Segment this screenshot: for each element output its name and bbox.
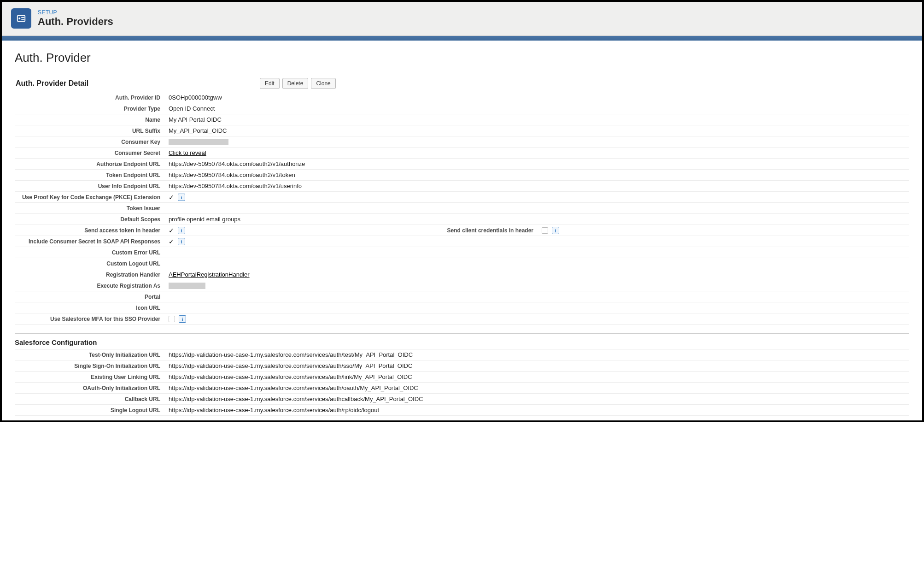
section-heading: Auth. Provider: [15, 51, 909, 65]
field-label: Icon URL: [15, 303, 165, 313]
field-label: Portal: [15, 292, 165, 301]
field-label: Use Proof Key for Code Exchange (PKCE) E…: [15, 193, 165, 202]
field-label: OAuth-Only Initialization URL: [15, 384, 165, 393]
edit-button[interactable]: Edit: [260, 78, 280, 89]
field-label: Send access token in header: [15, 226, 165, 235]
info-icon[interactable]: i: [178, 194, 185, 201]
field-label: Existing User Linking URL: [15, 372, 165, 382]
field-label: Single Sign-On Initialization URL: [15, 361, 165, 371]
field-label: Token Issuer: [15, 204, 165, 213]
field-label: Single Logout URL: [15, 406, 165, 415]
send-token-header-value: ✓ i: [165, 225, 423, 236]
consumer-key-value: [165, 137, 909, 147]
execute-registration-as-value: [165, 281, 909, 290]
field-label: Include Consumer Secret in SOAP API Resp…: [15, 237, 165, 246]
custom-error-url-value: [165, 251, 909, 254]
field-label: Test-Only Initialization URL: [15, 350, 165, 360]
field-label: Token Endpoint URL: [15, 171, 165, 180]
use-mfa-value: i: [165, 314, 909, 324]
icon-url-value: [165, 307, 909, 309]
field-label: Use Salesforce MFA for this SSO Provider: [15, 314, 165, 324]
check-icon: ✓: [169, 194, 174, 201]
svg-rect-0: [18, 16, 25, 22]
field-label: Execute Registration As: [15, 281, 165, 290]
unchecked-icon: [542, 227, 548, 234]
setup-icon: [11, 8, 31, 29]
token-issuer-value: [165, 207, 909, 210]
info-icon[interactable]: i: [178, 238, 185, 245]
field-label: Send client credentials in header: [423, 226, 538, 235]
authorize-endpoint-value: https://dev-50950784.okta.com/oauth2/v1/…: [165, 159, 909, 169]
custom-logout-url-value: [165, 262, 909, 265]
check-icon: ✓: [169, 227, 174, 234]
clone-button[interactable]: Clone: [311, 78, 335, 89]
delete-button[interactable]: Delete: [282, 78, 309, 89]
detail-table: Auth. Provider ID 0SOHp000000tgww Provid…: [15, 92, 909, 325]
oauth-only-init-url-value: https://idp-validation-use-case-1.my.sal…: [165, 383, 909, 393]
auth-provider-id-value: 0SOHp000000tgww: [165, 93, 909, 102]
setup-label: SETUP: [38, 9, 113, 16]
test-only-init-url-value: https://idp-validation-use-case-1.my.sal…: [165, 350, 909, 360]
field-label: Auth. Provider ID: [15, 93, 165, 102]
sso-init-url-value: https://idp-validation-use-case-1.my.sal…: [165, 361, 909, 371]
field-label: Registration Handler: [15, 270, 165, 279]
action-buttons: Edit Delete Clone: [260, 78, 336, 89]
consumer-secret-reveal-link[interactable]: Click to reveal: [165, 148, 909, 158]
unchecked-icon: [169, 316, 175, 322]
redacted-block: [169, 139, 228, 145]
field-label: Default Scopes: [15, 215, 165, 224]
provider-type-value: Open ID Connect: [165, 104, 909, 113]
pkce-value: ✓ i: [165, 192, 909, 202]
check-icon: ✓: [169, 238, 174, 245]
url-suffix-value: My_API_Portal_OIDC: [165, 126, 909, 136]
field-label: Callback URL: [15, 395, 165, 404]
field-label: URL Suffix: [15, 126, 165, 136]
header-strip: [2, 36, 922, 41]
svg-point-1: [18, 18, 20, 19]
info-icon[interactable]: i: [178, 227, 185, 234]
field-label: Custom Logout URL: [15, 259, 165, 268]
field-label: Custom Error URL: [15, 248, 165, 257]
send-client-creds-value: i: [538, 225, 593, 236]
portal-value: [165, 295, 909, 298]
redacted-block: [169, 283, 205, 289]
field-label: User Info Endpoint URL: [15, 182, 165, 191]
page-title: Auth. Providers: [38, 16, 113, 28]
detail-subheading: Auth. Provider Detail: [16, 79, 246, 88]
include-secret-soap-value: ✓ i: [165, 236, 909, 247]
callback-url-value: https://idp-validation-use-case-1.my.sal…: [165, 394, 909, 404]
field-label: Name: [15, 115, 165, 124]
info-icon[interactable]: i: [179, 315, 186, 323]
name-value: My API Portal OIDC: [165, 115, 909, 124]
field-label: Consumer Key: [15, 137, 165, 147]
page-header: SETUP Auth. Providers: [2, 2, 922, 36]
single-logout-url-value: https://idp-validation-use-case-1.my.sal…: [165, 405, 909, 415]
info-icon[interactable]: i: [552, 227, 559, 234]
token-endpoint-value: https://dev-50950784.okta.com/oauth2/v1/…: [165, 170, 909, 180]
field-label: Authorize Endpoint URL: [15, 160, 165, 169]
field-label: Consumer Secret: [15, 148, 165, 158]
existing-user-linking-url-value: https://idp-validation-use-case-1.my.sal…: [165, 372, 909, 382]
default-scopes-value: profile openid email groups: [165, 214, 909, 224]
registration-handler-link[interactable]: AEHPortalRegistrationHandler: [165, 270, 909, 279]
userinfo-endpoint-value: https://dev-50950784.okta.com/oauth2/v1/…: [165, 181, 909, 191]
sf-config-heading: Salesforce Configuration: [15, 338, 909, 346]
field-label: Provider Type: [15, 104, 165, 113]
